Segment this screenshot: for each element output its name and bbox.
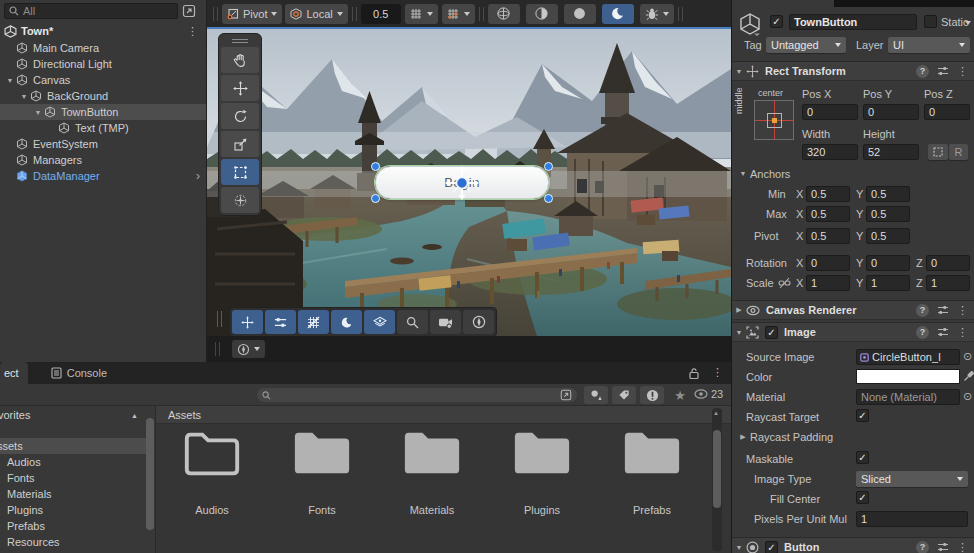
hierarchy-item-datamanager[interactable]: DataManager› — [0, 168, 206, 184]
asset-folder-prefabs[interactable]: Prefabs — [612, 426, 692, 516]
camera-overlay-button[interactable] — [430, 310, 461, 334]
button-component-header[interactable]: ▼ ✓ Button ? ⋮ — [732, 537, 974, 553]
material-field[interactable]: None (Material) — [856, 389, 960, 405]
effects-toggle-button[interactable] — [602, 4, 634, 24]
static-checkbox[interactable] — [924, 15, 937, 28]
hierarchy-item-managers[interactable]: Managers — [0, 152, 206, 168]
bottom-bar-grip[interactable] — [215, 342, 220, 356]
height-field[interactable]: 52 — [863, 144, 919, 160]
visibility-count[interactable]: 23 — [694, 388, 723, 400]
scale-tool-button[interactable] — [221, 131, 259, 157]
hand-tool-button[interactable] — [221, 47, 259, 73]
help-icon[interactable]: ? — [916, 326, 929, 339]
object-picker-icon[interactable]: ⊙ — [963, 350, 972, 363]
static-dropdown-caret[interactable] — [965, 21, 971, 25]
anchor-min-x-field[interactable]: 0.5 — [806, 186, 850, 202]
tab-console[interactable]: Console — [42, 362, 116, 384]
toolbar-drag-handle[interactable] — [213, 7, 218, 21]
hierarchy-item-text-tmp-[interactable]: Text (TMP) — [0, 120, 206, 136]
canvas-renderer-header[interactable]: ▶ Canvas Renderer ? ⋮ — [732, 300, 974, 320]
tree-item-materials[interactable]: Materials — [0, 486, 146, 502]
anchor-max-y-field[interactable]: 0.5 — [866, 206, 910, 222]
grid-toggle-button[interactable] — [298, 310, 329, 334]
lighting-toggle-button[interactable] — [526, 4, 558, 24]
help-icon[interactable]: ? — [916, 65, 929, 78]
hierarchy-item-townbutton[interactable]: ▼ TownButton — [0, 104, 206, 120]
asset-folder-fonts[interactable]: Fonts — [282, 426, 362, 516]
active-checkbox[interactable]: ✓ — [770, 15, 783, 28]
rect-handle-topleft[interactable] — [371, 162, 380, 171]
tree-item-plugins[interactable]: Plugins — [0, 502, 146, 518]
transform-tool-button[interactable] — [221, 187, 259, 213]
scene-menu-button[interactable]: ⋮ — [187, 25, 198, 38]
raycast-target-checkbox[interactable]: ✓ — [856, 409, 869, 422]
component-menu-icon[interactable]: ⋮ — [957, 326, 968, 339]
tree-item-fonts[interactable]: Fonts — [0, 470, 146, 486]
rotation-y-field[interactable]: 0 — [866, 255, 910, 271]
open-in-window-icon[interactable] — [182, 4, 196, 18]
move-overlay-button[interactable] — [232, 310, 263, 334]
ppu-field[interactable]: 1 — [856, 511, 968, 527]
rotation-z-field[interactable]: 0 — [926, 255, 970, 271]
image-enabled-checkbox[interactable]: ✓ — [765, 326, 778, 339]
scene-lighting-button[interactable] — [331, 310, 362, 334]
tree-item-prefabs[interactable]: Prefabs — [0, 518, 146, 534]
raw-edit-button[interactable]: R — [949, 144, 968, 160]
audio-toggle-button[interactable] — [564, 4, 596, 24]
rect-handle-bottomleft[interactable] — [371, 194, 380, 203]
help-icon[interactable]: ? — [916, 541, 929, 553]
expand-arrow[interactable]: ▼ — [4, 77, 16, 84]
hierarchy-item-main-camera[interactable]: Main Camera — [0, 40, 206, 56]
assets-scrollbar[interactable]: ▲ — [712, 408, 722, 551]
button-enabled-checkbox[interactable]: ✓ — [765, 541, 778, 553]
tree-item-audios[interactable]: Audios — [0, 454, 146, 470]
gameobject-cube-icon[interactable] — [738, 12, 762, 36]
asset-folder-materials[interactable]: Materials — [392, 426, 472, 516]
scene-viewport[interactable]: Begin — [207, 29, 731, 336]
maskable-checkbox[interactable]: ✓ — [856, 451, 869, 464]
anchor-preset-widget[interactable] — [754, 100, 794, 140]
project-menu-button[interactable]: ⋮ — [712, 366, 723, 379]
search-by-label-button[interactable] — [612, 386, 636, 404]
source-image-field[interactable]: CircleButton_I — [856, 349, 960, 365]
collapse-arrow-icon[interactable]: ▲ — [131, 412, 138, 419]
expand-arrow[interactable]: ▼ — [18, 93, 30, 100]
camera-orientation-dropdown[interactable] — [232, 340, 265, 358]
favorites-header[interactable]: vorites ▲ — [0, 406, 146, 424]
open-in-window-icon[interactable] — [560, 389, 572, 401]
foldout-arrow[interactable]: ▼ — [732, 329, 746, 336]
presets-icon[interactable] — [937, 326, 949, 338]
component-menu-icon[interactable]: ⋮ — [957, 541, 968, 553]
scale-x-field[interactable]: 1 — [806, 275, 850, 291]
component-menu-icon[interactable]: ⋮ — [957, 304, 968, 317]
object-picker-icon[interactable]: ⊙ — [963, 390, 972, 403]
gizmos-toggle-button[interactable] — [364, 310, 395, 334]
grid-visibility-button[interactable] — [442, 4, 475, 24]
fill-center-checkbox[interactable]: ✓ — [856, 491, 869, 504]
search-overlay-button[interactable] — [397, 310, 428, 334]
rotation-x-field[interactable]: 0 — [806, 255, 850, 271]
move-gizmo[interactable] — [445, 166, 479, 200]
grid-snap-value-field[interactable]: 0.5 — [361, 4, 401, 24]
prefab-open-chevron[interactable]: › — [196, 169, 200, 183]
gameobject-name-field[interactable]: TownButton — [789, 14, 917, 30]
presets-icon[interactable] — [937, 304, 949, 316]
favorites-star-button[interactable]: ★ — [668, 386, 692, 404]
tag-dropdown[interactable]: Untagged — [766, 37, 846, 53]
pos-x-field[interactable]: 0 — [802, 104, 858, 120]
width-field[interactable]: 320 — [802, 144, 858, 160]
tree-item-ssets[interactable]: ssets — [0, 438, 146, 454]
overlay-drag-handle[interactable] — [221, 36, 259, 45]
image-type-dropdown[interactable]: Sliced — [856, 471, 968, 487]
snap-settings-button[interactable] — [405, 4, 438, 24]
pos-y-field[interactable]: 0 — [863, 104, 919, 120]
blueprint-mode-button[interactable] — [928, 144, 948, 160]
scale-z-field[interactable]: 1 — [926, 275, 970, 291]
debug-dropdown-button[interactable] — [640, 4, 674, 24]
hierarchy-search-input[interactable]: All — [4, 3, 178, 19]
pivot-y-field[interactable]: 0.5 — [866, 228, 910, 244]
tab-project[interactable]: ect — [0, 362, 28, 384]
asset-folder-audios[interactable]: Audios — [172, 426, 252, 516]
help-icon[interactable]: ? — [916, 304, 929, 317]
foldout-arrow[interactable]: ▶ — [732, 306, 746, 314]
